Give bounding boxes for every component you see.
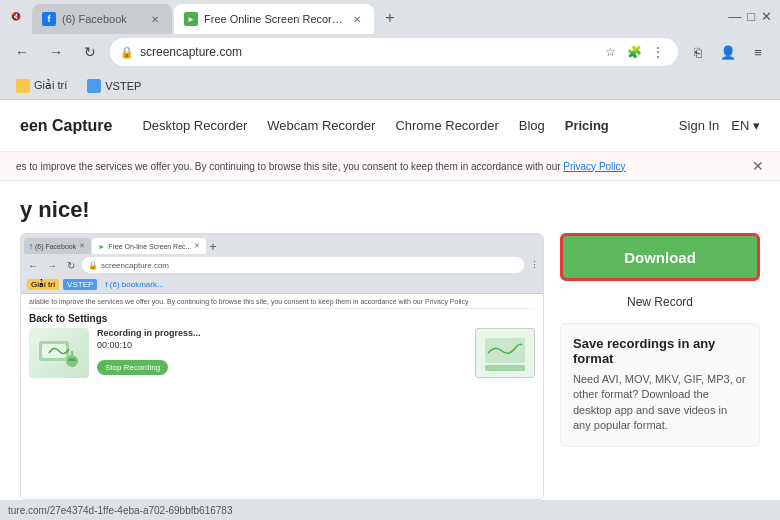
site-nav-links: Desktop Recorder Webcam Recorder Chrome … xyxy=(142,118,648,133)
address-bar[interactable]: 🔒 screencapture.com ☆ 🧩 ⋮ xyxy=(110,38,678,66)
browser-actions: ⎗ 👤 ≡ xyxy=(684,38,772,66)
mini-forward: → xyxy=(44,260,60,271)
new-tab-button[interactable]: + xyxy=(376,4,404,32)
minimize-button[interactable]: — xyxy=(728,9,741,24)
content-area: f (6) Facebook ✕ ► Free On-line Screen R… xyxy=(0,233,780,500)
mini-tab-fb: f (6) Facebook ✕ xyxy=(24,238,91,254)
nav-pricing[interactable]: Pricing xyxy=(565,118,609,133)
status-url: ture.com/27e4374d-1ffe-4eba-a702-69bbfb6… xyxy=(8,505,232,516)
forward-button[interactable]: → xyxy=(42,38,70,66)
tab-screencapture[interactable]: ► Free Online Screen Recorde... ✕ xyxy=(174,4,374,34)
mini-stop-button[interactable]: Stop Recording xyxy=(97,360,168,375)
nav-language[interactable]: EN ▾ xyxy=(731,118,760,133)
mini-address-box: 🔒 screencapture.com xyxy=(82,257,524,273)
tab-facebook[interactable]: f (6) Facebook ✕ xyxy=(32,4,172,34)
nav-right: Sign In EN ▾ xyxy=(679,118,760,133)
mini-cookie: ailable to improve the services we offer… xyxy=(29,298,535,309)
mini-illustration xyxy=(29,328,89,378)
nav-chrome-recorder[interactable]: Chrome Recorder xyxy=(395,118,498,133)
giai-tri-bookmark-icon xyxy=(16,79,30,93)
mini-menu: ⋮ xyxy=(530,260,539,270)
tabs-bar: f (6) Facebook ✕ ► Free Online Screen Re… xyxy=(28,0,716,34)
mini-reload: ↻ xyxy=(63,260,79,271)
sound-button[interactable]: 🔇 xyxy=(8,8,24,24)
back-button[interactable]: ← xyxy=(8,38,36,66)
mini-heading: Back to Settings xyxy=(29,313,535,324)
facebook-tab-title: (6) Facebook xyxy=(62,13,142,25)
mini-content-row: Recording in progress... 00:00:10 Stop R… xyxy=(29,328,535,378)
mini-bk-1: Giải trí xyxy=(27,279,59,290)
privacy-policy-link[interactable]: Privacy Policy xyxy=(563,161,625,172)
save-recordings-desc: Need AVI, MOV, MKV, GIF, MP3, or other f… xyxy=(573,372,747,434)
mini-page: ailable to improve the services we offer… xyxy=(21,294,543,499)
mini-new-tab: + xyxy=(209,240,216,254)
facebook-favicon: f xyxy=(42,12,56,26)
nav-sign-in[interactable]: Sign In xyxy=(679,118,719,133)
screencapture-tab-title: Free Online Screen Recorde... xyxy=(204,13,344,25)
mini-preview xyxy=(475,328,535,378)
mini-bk-3: f (6) bookmark... xyxy=(105,280,163,289)
mini-timer: 00:00:10 xyxy=(97,340,467,350)
svg-rect-1 xyxy=(42,344,66,358)
vstep-bookmark-icon xyxy=(87,79,101,93)
mini-back: ← xyxy=(25,260,41,271)
save-recordings-title: Save recordings in any format xyxy=(573,336,747,366)
page-content: een Capture Desktop Recorder Webcam Reco… xyxy=(0,100,780,500)
mini-bookmarks: Giải trí VSTEP f (6) bookmark... xyxy=(21,276,543,294)
page-heading: y nice! xyxy=(20,197,760,223)
bookmark-giai-tri[interactable]: Giải trí xyxy=(8,77,75,95)
nav-webcam-recorder[interactable]: Webcam Recorder xyxy=(267,118,375,133)
browser-frame: 🔇 f (6) Facebook ✕ ► Free Online Screen … xyxy=(0,0,780,520)
giai-tri-label: Giải trí xyxy=(34,79,67,92)
settings-icon[interactable]: ≡ xyxy=(744,38,772,66)
mini-recording-title: Recording in progress... xyxy=(97,328,467,338)
screencapture-tab-close[interactable]: ✕ xyxy=(350,12,364,26)
menu-icon[interactable]: ⋮ xyxy=(648,42,668,62)
bookmark-star-icon[interactable]: ☆ xyxy=(600,42,620,62)
maximize-button[interactable]: □ xyxy=(747,9,755,24)
vstep-label: VSTEP xyxy=(105,80,141,92)
status-bar: ture.com/27e4374d-1ffe-4eba-a702-69bbfb6… xyxy=(0,500,780,520)
nav-blog[interactable]: Blog xyxy=(519,118,545,133)
site-navbar: een Capture Desktop Recorder Webcam Reco… xyxy=(0,100,780,152)
site-logo: een Capture xyxy=(20,117,112,135)
title-bar: 🔇 f (6) Facebook ✕ ► Free Online Screen … xyxy=(0,0,780,32)
lock-icon: 🔒 xyxy=(120,46,134,59)
address-text: screencapture.com xyxy=(140,45,594,59)
cast-icon[interactable]: ⎗ xyxy=(684,38,712,66)
new-record-link[interactable]: New Record xyxy=(560,291,760,313)
right-panel: Download New Record Save recordings in a… xyxy=(560,233,760,500)
title-bar-controls: 🔇 xyxy=(8,8,24,24)
facebook-tab-close[interactable]: ✕ xyxy=(148,12,162,26)
cookie-text: es to improve the services we offer you.… xyxy=(16,161,744,172)
close-button[interactable]: ✕ xyxy=(761,9,772,24)
mini-tab-sc: ► Free On-line Screen Rec... ✕ xyxy=(92,238,206,254)
reload-button[interactable]: ↻ xyxy=(76,38,104,66)
main-area: y nice! f (6) Facebook ✕ xyxy=(0,181,780,500)
mini-bk-2: VSTEP xyxy=(63,279,97,290)
screenshot-area: f (6) Facebook ✕ ► Free On-line Screen R… xyxy=(20,233,544,500)
mini-tabs: f (6) Facebook ✕ ► Free On-line Screen R… xyxy=(21,234,543,254)
mini-address-bar: ← → ↻ 🔒 screencapture.com ⋮ xyxy=(21,254,543,276)
address-icons: ☆ 🧩 ⋮ xyxy=(600,42,668,62)
main-top: y nice! xyxy=(0,181,780,233)
nav-desktop-recorder[interactable]: Desktop Recorder xyxy=(142,118,247,133)
download-btn-container: Download xyxy=(560,233,760,281)
address-bar-row: ← → ↻ 🔒 screencapture.com ☆ 🧩 ⋮ ⎗ 👤 ≡ xyxy=(0,32,780,72)
svg-rect-6 xyxy=(485,365,525,371)
save-recordings-box: Save recordings in any format Need AVI, … xyxy=(560,323,760,447)
bookmarks-bar: Giải trí VSTEP xyxy=(0,72,780,100)
cookie-close-button[interactable]: ✕ xyxy=(752,158,764,174)
bookmark-vstep[interactable]: VSTEP xyxy=(79,77,149,95)
mini-recording-info: Recording in progress... 00:00:10 Stop R… xyxy=(97,328,467,378)
extensions-icon[interactable]: 🧩 xyxy=(624,42,644,62)
mini-browser: f (6) Facebook ✕ ► Free On-line Screen R… xyxy=(21,234,543,499)
screencapture-favicon: ► xyxy=(184,12,198,26)
download-button[interactable]: Download xyxy=(560,233,760,281)
cookie-banner: es to improve the services we offer you.… xyxy=(0,152,780,181)
user-profile-icon[interactable]: 👤 xyxy=(714,38,742,66)
